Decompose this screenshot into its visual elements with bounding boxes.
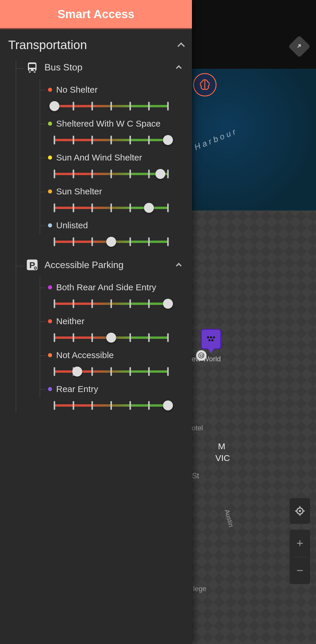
- category-title: Accessible Parking: [44, 260, 171, 270]
- svg-rect-16: [29, 72, 31, 73]
- tree-connector: [40, 90, 46, 90]
- slider-tick: [92, 102, 93, 111]
- filter-item-header: Sun Shelter: [48, 187, 184, 196]
- svg-point-14: [29, 69, 31, 71]
- category-bus-stop: Bus StopNo ShelterSheltered With W C Spa…: [8, 60, 184, 249]
- status-dot: [48, 319, 52, 323]
- slider[interactable]: [54, 101, 168, 111]
- slider-tick: [148, 170, 150, 178]
- bus-icon: [26, 61, 39, 74]
- filter-item-header: No Shelter: [48, 85, 184, 95]
- zoom-controls: + −: [290, 530, 310, 584]
- slider-thumb[interactable]: [72, 367, 82, 377]
- status-dot: [48, 88, 52, 92]
- items-accessible-parking: Both Rear And Side EntryNeitherNot Acces…: [25, 277, 184, 413]
- filter-item: Not Accessible: [40, 345, 184, 379]
- items-bus-stop: No ShelterSheltered With W C SpaceSun An…: [25, 80, 184, 249]
- filter-item: Both Rear And Side Entry: [40, 277, 184, 311]
- svg-point-4: [212, 339, 214, 341]
- svg-rect-17: [34, 72, 36, 73]
- brain-icon: [198, 78, 212, 91]
- filter-item-header: Sheltered With W C Space: [48, 119, 184, 129]
- slider-thumb[interactable]: [163, 400, 173, 410]
- slider-tick: [111, 136, 112, 144]
- filter-item: Sheltered With W C Space: [40, 113, 184, 147]
- slider[interactable]: [54, 299, 168, 309]
- slider-thumb[interactable]: [144, 203, 154, 213]
- svg-point-2: [213, 336, 215, 339]
- section-header-transportation[interactable]: Transportation: [8, 38, 184, 52]
- slider-tick: [92, 401, 93, 410]
- slider-tick: [73, 203, 74, 212]
- slider-thumb[interactable]: [163, 299, 173, 309]
- filter-item-label: Sun And Wind Shelter: [56, 153, 142, 163]
- slider-tick: [73, 401, 74, 410]
- slider-ticks: [54, 400, 168, 410]
- filter-item-header: Neither: [48, 316, 184, 326]
- slider-tick: [111, 401, 112, 410]
- slider-tick: [167, 367, 169, 376]
- category-header-accessible-parking[interactable]: PAccessible Parking: [25, 258, 184, 272]
- slider[interactable]: [54, 333, 168, 343]
- slider-thumb[interactable]: [106, 333, 116, 343]
- panel-body: Transportation Bus StopNo ShelterShelter…: [0, 29, 192, 644]
- tree-connector: [40, 226, 46, 226]
- status-dot: [48, 353, 52, 357]
- filter-item-header: Unlisted: [48, 220, 184, 230]
- slider[interactable]: [54, 203, 168, 213]
- slider-tick: [148, 136, 150, 144]
- cart-icon: [198, 352, 205, 359]
- status-dot: [48, 285, 52, 289]
- cluster-marker[interactable]: [201, 329, 221, 349]
- chevron-up-icon: [176, 65, 182, 71]
- slider-ticks: [54, 101, 168, 111]
- slider[interactable]: [54, 135, 168, 145]
- slider[interactable]: [54, 367, 168, 377]
- slider-thumb[interactable]: [49, 101, 59, 111]
- chevron-up-icon: [177, 42, 185, 50]
- filter-item: Sun Shelter: [40, 181, 184, 215]
- slider-thumb[interactable]: [155, 169, 165, 179]
- slider-tick: [73, 170, 74, 178]
- parking-icon-wrap: P: [25, 258, 39, 272]
- filter-tree: Bus StopNo ShelterSheltered With W C Spa…: [8, 60, 184, 413]
- filter-item-label: Unlisted: [56, 220, 88, 230]
- brain-marker[interactable]: [193, 73, 217, 96]
- slider[interactable]: [54, 400, 168, 410]
- slider-tick: [92, 136, 93, 144]
- filter-item-label: Sun Shelter: [56, 187, 102, 196]
- slider-tick: [92, 333, 93, 342]
- locate-button[interactable]: [290, 498, 310, 524]
- slider-tick: [129, 136, 131, 144]
- slider-tick: [148, 401, 150, 410]
- bus-icon-wrap: [25, 60, 39, 74]
- slider-tick: [73, 237, 74, 246]
- tree-connector: [40, 355, 46, 356]
- slider[interactable]: [54, 237, 168, 247]
- shop-marker[interactable]: [196, 350, 207, 361]
- slider[interactable]: [54, 169, 168, 179]
- svg-point-1: [210, 336, 212, 339]
- filter-panel: Smart Access Transportation Bus StopNo S…: [0, 0, 192, 644]
- zoom-out-button[interactable]: −: [290, 557, 310, 584]
- slider-tick: [167, 102, 169, 111]
- slider-tick: [129, 333, 131, 342]
- slider-tick: [148, 102, 150, 111]
- slider-tick: [129, 203, 131, 212]
- zoom-in-button[interactable]: +: [290, 530, 310, 557]
- slider-tick: [73, 333, 74, 342]
- slider-thumb[interactable]: [163, 135, 173, 145]
- filter-item-label: Sheltered With W C Space: [56, 119, 161, 129]
- directions-icon: [295, 42, 303, 51]
- status-dot: [48, 387, 52, 391]
- category-header-bus-stop[interactable]: Bus Stop: [25, 60, 184, 74]
- slider-tick: [73, 102, 74, 111]
- slider-ticks: [54, 135, 168, 145]
- panel-header: Smart Access: [0, 0, 192, 29]
- svg-point-3: [209, 339, 211, 341]
- filter-item-label: Neither: [56, 316, 85, 326]
- slider-tick: [148, 299, 150, 308]
- slider-tick: [111, 367, 112, 376]
- slider-tick: [92, 203, 93, 212]
- slider-thumb[interactable]: [106, 237, 116, 247]
